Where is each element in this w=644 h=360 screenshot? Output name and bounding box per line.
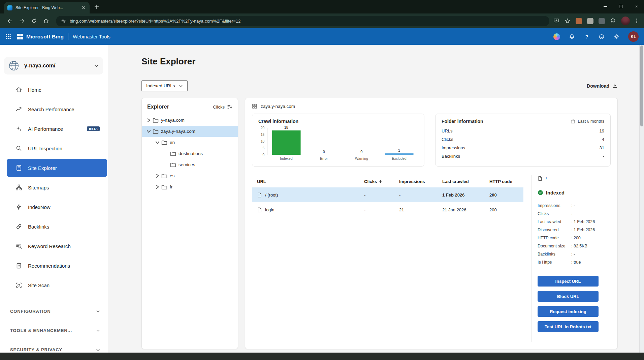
table-row[interactable]: login - 21 21 Jan 2026 200 <box>252 202 523 217</box>
user-avatar[interactable]: KL <box>628 31 639 42</box>
tree-item[interactable]: services <box>142 159 238 170</box>
sidebar-item[interactable]: URL Inspection <box>7 139 107 157</box>
column-header-url[interactable]: URL <box>257 179 364 184</box>
folder-icon <box>161 140 167 146</box>
sidebar-item[interactable]: Backlinks <box>7 217 107 236</box>
detail-path-link[interactable]: / <box>546 176 547 181</box>
url-text: bing.com/webmasters/siteexplorer?siteUrl… <box>70 19 240 24</box>
microsoft-logo-icon <box>17 34 23 39</box>
tree-item[interactable]: zaya.y-naya.com <box>142 126 238 137</box>
content-body: URL Clicks Impressions Last crawled HTTP <box>252 175 611 342</box>
tree-item-label: en <box>170 140 175 145</box>
folder-icon <box>170 162 176 168</box>
settings-gear-icon[interactable] <box>613 34 619 40</box>
minimize-button[interactable] <box>598 0 613 13</box>
action-button[interactable]: Test URL in Robots.txt <box>538 321 599 332</box>
tab-close-icon[interactable] <box>81 5 86 10</box>
url-cell-text: login <box>265 207 274 212</box>
page-scrollbar[interactable] <box>639 45 644 353</box>
folder-info-row: Impressions 31 <box>442 144 604 152</box>
sitemaps-icon <box>15 184 22 191</box>
crawl-chart: 05101520 18Indexed0Error0Warning1Exclude… <box>258 128 418 155</box>
tree-item[interactable]: fr <box>142 181 238 192</box>
tree-item[interactable]: y-naya.com <box>142 115 238 126</box>
sidebar-item[interactable]: Recommendations <box>7 257 107 275</box>
reload-button[interactable] <box>28 15 40 27</box>
site-selector[interactable]: y-naya.com/ <box>4 57 103 74</box>
indexed-urls-dropdown[interactable]: Indexed URLs <box>141 80 188 91</box>
action-button[interactable]: Request indexing <box>538 306 599 317</box>
brand-name[interactable]: Microsoft Bing <box>26 34 64 40</box>
copilot-icon[interactable] <box>553 33 560 40</box>
chevron-icon[interactable] <box>155 174 160 178</box>
download-button[interactable]: Download <box>587 83 618 89</box>
folder-info-title: Folder information <box>442 119 483 124</box>
feedback-smiley-icon[interactable] <box>599 34 605 40</box>
folder-information-card: Folder information Last 6 months <box>435 114 611 167</box>
help-icon[interactable]: ? <box>584 34 590 39</box>
scrollbar-thumb[interactable] <box>640 46 643 126</box>
action-button[interactable]: Block URL <box>538 291 599 302</box>
browser-profile-avatar[interactable] <box>621 17 630 25</box>
home-button[interactable] <box>40 15 52 27</box>
tree-item[interactable]: destinations <box>142 148 238 159</box>
chevron-icon[interactable] <box>155 185 160 189</box>
extensions-puzzle-icon[interactable] <box>610 18 616 24</box>
workspace: y-naya.com/ Home Search Performance <box>0 45 644 353</box>
notifications-bell-icon[interactable] <box>569 34 575 40</box>
product-name[interactable]: Webmaster Tools <box>73 34 110 39</box>
sidebar-item[interactable]: AI Performance BETA <box>7 120 107 138</box>
tree-item[interactable]: en <box>142 137 238 148</box>
bar-value-label: 1 <box>380 148 418 152</box>
extension-icon[interactable] <box>587 18 593 24</box>
sidebar-item[interactable]: Sitemaps <box>7 178 107 197</box>
detail-value: : - <box>571 203 611 208</box>
back-button[interactable] <box>4 15 15 27</box>
forward-button[interactable] <box>16 15 28 27</box>
crawl-info-title: Crawl information <box>258 119 298 124</box>
sidebar-section[interactable]: TOOLS & ENHANCEMEN... <box>0 321 108 340</box>
sidebar-item[interactable]: Home <box>7 81 107 99</box>
folder-icon <box>153 128 159 134</box>
bookmark-star-icon[interactable] <box>565 18 571 24</box>
column-header-impressions[interactable]: Impressions <box>399 179 442 184</box>
action-button[interactable]: Inspect URL <box>538 276 599 287</box>
download-icon <box>612 83 618 89</box>
sidebar-section[interactable]: CONFIGURATION <box>0 302 108 321</box>
column-header-http-code[interactable]: HTTP code <box>489 179 523 184</box>
column-header-clicks[interactable]: Clicks <box>364 179 399 184</box>
address-bar[interactable]: bing.com/webmasters/siteexplorer?siteUrl… <box>56 16 549 26</box>
sidebar-section[interactable]: SECURITY & PRIVACY <box>0 340 108 353</box>
extension-icon[interactable] <box>599 18 605 24</box>
maximize-button[interactable] <box>613 0 629 13</box>
sidebar-item[interactable]: IndexNow <box>7 198 107 216</box>
tree-sort-control[interactable]: Clicks <box>213 104 232 110</box>
extension-icon[interactable] <box>576 18 582 24</box>
tree-item[interactable]: es <box>142 170 238 181</box>
sidebar-item[interactable]: Keyword Research <box>7 237 107 255</box>
browser-menu-icon[interactable] <box>635 19 639 23</box>
sidebar-item[interactable]: Search Performance <box>7 100 107 118</box>
column-header-last-crawled[interactable]: Last crawled <box>442 179 489 184</box>
window-controls <box>598 0 644 13</box>
site-info-icon[interactable] <box>61 19 66 24</box>
crawl-chart-plot: 18Indexed0Error0Warning1Excluded <box>267 128 418 155</box>
new-tab-button[interactable] <box>92 2 101 11</box>
indexnow-icon <box>15 204 22 210</box>
table-row[interactable]: / (root) - - 1 Feb 2026 200 <box>252 187 523 202</box>
close-button[interactable] <box>629 0 644 13</box>
chevron-icon[interactable] <box>147 129 151 133</box>
tree-item-label: destinations <box>179 151 203 156</box>
sidebar-item[interactable]: Site Explorer <box>7 159 107 177</box>
browser-tab[interactable]: Site Explorer - Bing Web... <box>4 2 90 13</box>
date-range[interactable]: Last 6 months <box>571 119 604 124</box>
install-app-icon[interactable] <box>553 18 559 24</box>
chevron-icon[interactable] <box>147 118 151 122</box>
waffle-menu-icon[interactable] <box>5 34 11 39</box>
sidebar-item[interactable]: Site Scan <box>7 276 107 294</box>
chart-bar <box>385 153 414 155</box>
sidebar-item-label: AI Performance <box>28 126 63 132</box>
chevron-icon[interactable] <box>155 140 160 145</box>
folder-info-row: Backlinks - <box>442 152 604 160</box>
chart-bar-group: 0Warning <box>343 128 381 155</box>
